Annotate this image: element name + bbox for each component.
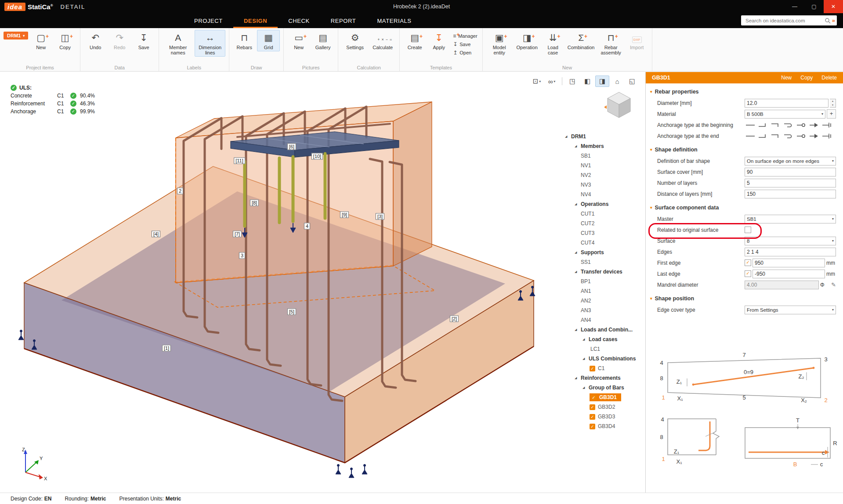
anchorage-hook-up-icon[interactable] xyxy=(757,121,769,129)
cube-rotate-arrow-icon[interactable] xyxy=(604,105,607,109)
tree-item-nv3[interactable]: NV3 xyxy=(565,180,644,190)
view-wireframe-button[interactable]: ◳ xyxy=(565,76,579,87)
anchorage-u-bend-icon[interactable] xyxy=(783,121,794,129)
expander-icon[interactable]: ◢ xyxy=(575,202,581,206)
operation-button[interactable]: ◨+Operation xyxy=(514,30,540,51)
expander-icon[interactable]: ◢ xyxy=(575,144,581,148)
anchorage-straight-icon[interactable] xyxy=(745,132,756,140)
redo-button[interactable]: ↷Redo xyxy=(108,30,131,51)
3d-scene[interactable] xyxy=(0,72,645,493)
spinner-control[interactable]: ▴▾ xyxy=(830,99,836,108)
number-of-layers-input[interactable] xyxy=(745,179,836,187)
combination-button[interactable]: Σ+Combination xyxy=(566,30,597,51)
tree-item-transfer-devices[interactable]: ◢Transfer devices xyxy=(565,267,644,277)
zoom-fit-button[interactable]: ◱ xyxy=(625,76,639,87)
close-button[interactable]: ✕ xyxy=(824,0,843,13)
search-input[interactable] xyxy=(745,18,825,24)
tab-materials[interactable]: MATERIALS xyxy=(366,13,422,28)
tree-item-sb1[interactable]: SB1 xyxy=(565,151,644,161)
calculate-button[interactable]: +×−=Calculate xyxy=(369,30,396,51)
anchorage-hook-down-icon[interactable] xyxy=(770,132,781,140)
edges-input[interactable] xyxy=(745,248,836,256)
tab-design[interactable]: DESIGN xyxy=(233,13,278,28)
tab-check[interactable]: CHECK xyxy=(278,13,320,28)
property-delete-button[interactable]: Delete xyxy=(821,75,837,81)
anchorage-straight-icon[interactable] xyxy=(745,121,756,129)
view-transparent-button[interactable]: ◨ xyxy=(595,76,609,87)
minimize-button[interactable]: — xyxy=(785,0,804,13)
tree-item-gb3d4[interactable]: ✓GB3D4 xyxy=(565,421,644,431)
expander-icon[interactable]: ◢ xyxy=(565,135,571,138)
section-shape-position[interactable]: ▾Shape position xyxy=(646,293,843,304)
expander-icon[interactable]: ◢ xyxy=(583,386,589,389)
navigation-cube[interactable] xyxy=(603,90,635,121)
expander-icon[interactable]: ◢ xyxy=(583,338,589,341)
anchorage-u-bend-icon[interactable] xyxy=(783,132,794,140)
tree-item-bp1[interactable]: BP1 xyxy=(565,277,644,286)
search-box[interactable]: » xyxy=(741,15,837,25)
tree-item-an1[interactable]: AN1 xyxy=(565,286,644,296)
tree-item-uls-combinations[interactable]: ◢ULS Combinations xyxy=(565,354,644,364)
save-button[interactable]: ↧Save xyxy=(132,30,155,51)
dxf-import-button[interactable]: DXFImport xyxy=(626,30,648,51)
tree-item-an2[interactable]: AN2 xyxy=(565,296,644,306)
property-copy-button[interactable]: Copy xyxy=(800,75,813,81)
tree-item-nv1[interactable]: NV1 xyxy=(565,161,644,170)
load-case-button[interactable]: ⇊+Load case xyxy=(542,30,564,57)
last-edge-input[interactable] xyxy=(753,270,825,278)
rebars-button[interactable]: ⊓Rebars xyxy=(233,30,256,51)
expander-icon[interactable]: ◢ xyxy=(575,328,581,331)
tree-item-gb3d2[interactable]: ✓GB3D2 xyxy=(565,402,644,412)
tree-item-members[interactable]: ◢Members xyxy=(565,141,644,151)
surface-select[interactable]: 8▾ xyxy=(745,237,836,245)
anchorage-loop-icon[interactable] xyxy=(796,121,807,129)
search-go-icon[interactable]: » xyxy=(832,17,835,24)
edge-cover-type-select[interactable]: From Settings▾ xyxy=(745,306,836,314)
anchorage-wedge-icon[interactable] xyxy=(808,132,820,140)
checkbox-icon[interactable]: ✓ xyxy=(591,395,597,400)
tree-item-cut2[interactable]: CUT2 xyxy=(565,219,644,228)
viewport[interactable]: [1] [2] [3] [4] [5] [6] [7] [8] [9] [10]… xyxy=(0,72,645,493)
view-solid-button[interactable]: ◧ xyxy=(580,76,594,87)
checkbox-icon[interactable]: ✓ xyxy=(590,366,595,371)
drm1-dropdown[interactable]: DRM1▾ xyxy=(4,32,28,40)
tree-item-cut4[interactable]: CUT4 xyxy=(565,238,644,248)
tree-item-gb3d3[interactable]: ✓GB3D3 xyxy=(565,412,644,421)
tree-item-load-cases[interactable]: ◢Load cases xyxy=(565,335,644,344)
tree-item-cut3[interactable]: CUT3 xyxy=(565,228,644,238)
tree-item-drm1[interactable]: ◢DRM1 xyxy=(565,132,644,141)
undo-button[interactable]: ↶Undo xyxy=(84,30,107,51)
template-create-button[interactable]: ▤+Create xyxy=(403,30,426,51)
template-open-button[interactable]: ↥Open xyxy=(452,49,478,56)
anchorage-hook-down-icon[interactable] xyxy=(770,121,781,129)
member-names-button[interactable]: AMember names xyxy=(163,30,193,57)
anchorage-plate-icon[interactable] xyxy=(821,121,832,129)
diameter-input[interactable] xyxy=(745,99,829,108)
anchorage-loop-icon[interactable] xyxy=(796,132,807,140)
section-shape-definition[interactable]: ▾Shape definition xyxy=(646,144,843,155)
checkbox-icon[interactable]: ✓ xyxy=(590,404,595,410)
rebar-assembly-button[interactable]: ⊓+Rebar assembly xyxy=(598,30,624,57)
home-view-button[interactable]: ⌂ xyxy=(610,76,624,87)
tree-item-lc1[interactable]: LC1 xyxy=(565,344,644,354)
related-surface-checkbox[interactable] xyxy=(745,227,751,233)
settings-button[interactable]: ⚙Settings xyxy=(342,30,368,51)
mandrel-diameter-input[interactable] xyxy=(745,281,819,289)
link-views-button[interactable]: ∞▾ xyxy=(545,76,559,87)
first-edge-input[interactable] xyxy=(753,259,825,267)
dimension-lines-button[interactable]: ↔Dimension lines xyxy=(195,30,225,57)
tree-item-supports[interactable]: ◢Supports xyxy=(565,248,644,257)
template-apply-button[interactable]: ↧Apply xyxy=(427,30,450,51)
tree-item-loads[interactable]: ◢Loads and Combin... xyxy=(565,325,644,335)
tab-project[interactable]: PROJECT xyxy=(184,13,233,28)
picture-new-button[interactable]: ▭+New xyxy=(287,30,310,51)
last-edge-checkbox[interactable]: ✓ xyxy=(745,270,751,277)
gallery-button[interactable]: ▤Gallery xyxy=(311,30,334,51)
first-edge-checkbox[interactable]: ✓ xyxy=(745,259,751,266)
section-surface-component-data[interactable]: ▾Surface component data xyxy=(646,202,843,213)
property-new-button[interactable]: New xyxy=(781,75,792,81)
tree-item-gb3d1-selected[interactable]: ✓GB3D1 xyxy=(565,392,644,402)
template-manager-button[interactable]: ≡+Manager xyxy=(452,32,478,40)
grid-button[interactable]: ▦Grid xyxy=(257,30,280,51)
anchorage-wedge-icon[interactable] xyxy=(808,121,820,129)
